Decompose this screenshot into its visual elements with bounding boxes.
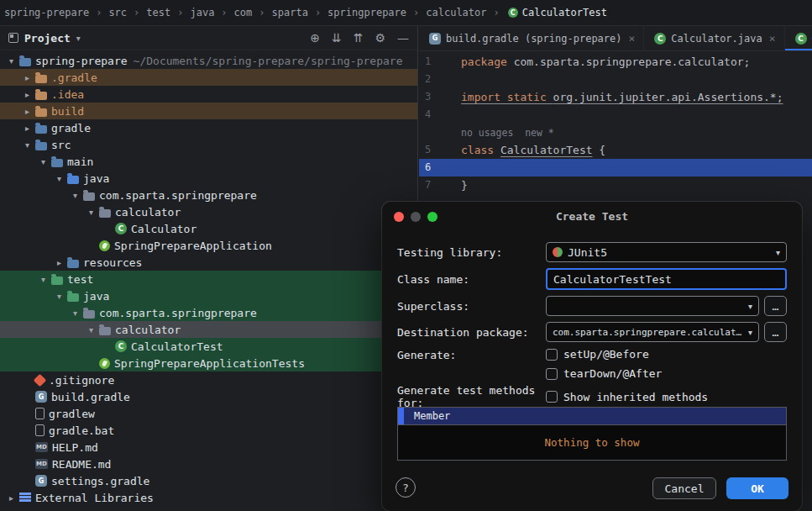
chevron-right-icon[interactable]: ▸ — [21, 124, 34, 133]
chevron-right-icon[interactable]: ▸ — [21, 90, 34, 99]
breadcrumb-item-src[interactable]: src — [107, 7, 128, 18]
close-icon[interactable]: × — [769, 32, 776, 45]
destination-package-select[interactable]: com.sparta.springprepare.calculator ▾ — [546, 322, 759, 342]
tree-item-hint: ~/Documents/spring-prepare/spring-prepar… — [134, 55, 403, 67]
generate-methods-row: Generate test methods for: Show inherite… — [397, 386, 787, 408]
destination-package-browse-button[interactable]: … — [764, 322, 787, 342]
chevron-down-icon[interactable]: ▾ — [85, 325, 97, 335]
chevron-down-icon[interactable]: ▾ — [37, 275, 50, 284]
tree-item-calculator[interactable]: ▾calculator — [0, 321, 417, 338]
tree-item-src[interactable]: ▾src — [0, 136, 417, 153]
testing-library-select[interactable]: JUnit5 ▾ — [546, 242, 787, 262]
chevron-down-icon[interactable]: ▾ — [53, 174, 65, 183]
breadcrumb-separator-icon: › — [177, 7, 183, 18]
cancel-button[interactable]: Cancel — [652, 477, 716, 499]
code-token: } — [461, 179, 468, 192]
close-icon[interactable]: × — [629, 32, 636, 45]
chevron-down-icon[interactable]: ▾ — [76, 34, 81, 43]
settings-button[interactable]: ⚙ — [375, 32, 385, 44]
ok-button[interactable]: OK — [726, 477, 788, 499]
breadcrumb-item-springprepare[interactable]: springprepare — [327, 7, 407, 18]
breadcrumb-item-calculator[interactable]: calculator — [425, 7, 487, 18]
chevron-down-icon[interactable]: ▾ — [69, 191, 81, 200]
chevron-down-icon: ▾ — [748, 302, 752, 311]
breadcrumb-item-sparta[interactable]: sparta — [271, 7, 309, 18]
tree-item-gradle[interactable]: ▸gradle — [0, 119, 417, 136]
class-icon: C — [795, 33, 807, 45]
locate-file-button[interactable]: ⊕ — [310, 32, 320, 44]
tree-item-calculatortest[interactable]: CCalculatorTest — [0, 338, 417, 355]
breadcrumb-item-test[interactable]: test — [145, 7, 171, 18]
chevron-down-icon[interactable]: ▾ — [69, 308, 81, 318]
tree-item-gradle-bat[interactable]: gradle.bat — [0, 422, 417, 439]
expand-all-button[interactable]: ⇊ — [332, 32, 342, 44]
tree-item-label: resources — [83, 256, 142, 269]
tree-item-calculator[interactable]: CCalculator — [0, 220, 417, 237]
gradle-file-icon: G — [35, 475, 47, 487]
breadcrumb-item-com[interactable]: com — [233, 7, 254, 18]
tree-item-label: src — [51, 139, 71, 151]
tree-item-help-md[interactable]: MDHELP.md — [0, 439, 417, 456]
tree-item-build-gradle[interactable]: Gbuild.gradle — [0, 388, 417, 405]
tree-item-calculator[interactable]: ▾calculator — [0, 203, 417, 220]
chevron-down-icon[interactable]: ▾ — [85, 208, 97, 217]
superclass-select[interactable]: ▾ — [546, 296, 759, 316]
generate-option-teardown-after[interactable]: tearDown/@After — [546, 367, 662, 380]
class-name-row: Class name: — [397, 268, 787, 290]
generate-options: setUp/@BeforetearDown/@After — [546, 348, 662, 380]
project-tree: ▾spring-prepare~/Documents/spring-prepar… — [0, 50, 417, 511]
editor-code[interactable]: 1package com.sparta.springprepare.calcul… — [419, 51, 812, 194]
spring-boot-icon — [99, 358, 110, 369]
superclass-browse-button[interactable]: … — [764, 296, 787, 316]
members-table-header[interactable]: Member — [398, 408, 786, 425]
breadcrumb-item-spring-prepare[interactable]: spring-prepare — [3, 7, 90, 18]
tree-item-java[interactable]: ▾java — [0, 170, 417, 187]
tree-item-gradlew[interactable]: gradlew — [0, 405, 417, 422]
breadcrumb-separator-icon: › — [259, 7, 265, 18]
tree-item-settings-gradle[interactable]: Gsettings.gradle — [0, 472, 417, 489]
tree-item-label: java — [83, 172, 109, 185]
tree-item-external-libraries[interactable]: ▸External Libraries — [0, 489, 417, 506]
chevron-right-icon[interactable]: ▸ — [21, 73, 34, 82]
breadcrumb-separator-icon: › — [134, 7, 139, 18]
tree-item-gitignore[interactable]: .gitignore — [0, 371, 417, 388]
breadcrumb-item-java[interactable]: java — [189, 7, 215, 18]
tree-item-spring-prepare[interactable]: ▾spring-prepare~/Documents/spring-prepar… — [0, 52, 417, 69]
tab-build-gradle-spring-prepare[interactable]: Gbuild.gradle (spring-prepare)× — [419, 26, 644, 50]
tree-item-com-sparta-springprepare[interactable]: ▾com.sparta.springprepare — [0, 304, 417, 321]
collapse-all-button[interactable]: ⇈ — [354, 32, 364, 44]
line-number: 2 — [419, 71, 441, 88]
tree-item-readme-md[interactable]: MDREADME.md — [0, 456, 417, 472]
chevron-down-icon[interactable]: ▾ — [53, 292, 65, 301]
tree-item-build[interactable]: ▸build — [0, 103, 417, 119]
tree-item-springprepareapplicationtests[interactable]: SpringPrepareApplicationTests — [0, 355, 417, 371]
tree-item-label: com.sparta.springprepare — [99, 307, 257, 319]
chevron-right-icon[interactable]: ▸ — [53, 258, 65, 267]
tree-item-java[interactable]: ▾java — [0, 287, 417, 304]
chevron-right-icon[interactable]: ▸ — [5, 493, 18, 503]
tree-item-springprepareapplication[interactable]: SpringPrepareApplication — [0, 237, 417, 254]
tree-item-main[interactable]: ▾main — [0, 153, 417, 170]
generate-option-setup-before[interactable]: setUp/@Before — [546, 348, 662, 361]
testing-library-row: Testing library: JUnit5 ▾ — [397, 241, 787, 263]
tree-item-test[interactable]: ▾test — [0, 271, 417, 287]
chevron-down-icon[interactable]: ▾ — [5, 56, 18, 66]
chevron-right-icon[interactable]: ▸ — [21, 107, 34, 116]
generate-methods-option-show-inherited-methods[interactable]: Show inherited methods — [546, 391, 708, 403]
hide-panel-button[interactable]: — — [397, 32, 409, 44]
breadcrumb-item-calculatortest[interactable]: CCalculatorTest — [506, 7, 608, 18]
tree-item-gradle[interactable]: ▸.gradle — [0, 69, 417, 86]
tree-item-resources[interactable]: ▸resources — [0, 254, 417, 271]
tree-item-idea[interactable]: ▸.idea — [0, 86, 417, 103]
class-name-input[interactable] — [546, 268, 787, 290]
help-button[interactable]: ? — [396, 477, 416, 498]
folder-icon — [35, 142, 47, 150]
excluded-folder-icon — [35, 108, 47, 117]
line-number: 7 — [419, 176, 441, 194]
tree-item-com-sparta-springprepare[interactable]: ▾com.sparta.springprepare — [0, 187, 417, 203]
project-panel-title[interactable]: Project — [24, 32, 71, 45]
tab-calculatortest[interactable]: CCalculatorTest — [785, 26, 812, 50]
tab-calculator-java[interactable]: CCalculator.java× — [644, 26, 784, 50]
chevron-down-icon[interactable]: ▾ — [21, 140, 34, 150]
chevron-down-icon[interactable]: ▾ — [37, 157, 50, 166]
